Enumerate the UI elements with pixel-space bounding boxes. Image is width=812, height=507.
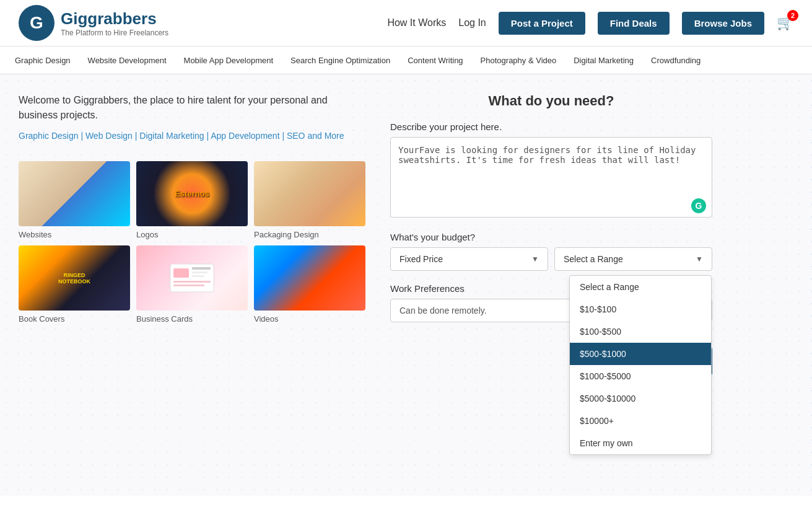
businesscards-label: Business Cards (136, 314, 248, 324)
range-option-500-1000[interactable]: $500-$1000 (570, 343, 711, 365)
packaging-image (254, 161, 365, 226)
cat-nav-mobile-app[interactable]: Mobile App Development (175, 48, 282, 73)
welcome-text: Welcome to Giggrabbers, the place to hir… (19, 93, 365, 123)
cat-nav-photography[interactable]: Photography & Video (472, 48, 565, 73)
range-option-100-500[interactable]: $100-$500 (570, 320, 711, 343)
videos-label: Videos (254, 314, 365, 324)
cat-nav-website-dev[interactable]: Website Development (79, 48, 175, 73)
nav-area: How It Works Log In Post a Project Find … (387, 12, 793, 35)
svg-rect-4 (192, 275, 204, 277)
cat-nav-seo[interactable]: Search Engine Optimization (282, 48, 399, 73)
right-panel: What do you need? Describe your project … (390, 93, 712, 477)
category-nav: Graphic Design Website Development Mobil… (0, 46, 812, 74)
price-type-value: Fixed Price (399, 254, 443, 264)
bookcovers-image: RINGEDNOTEBOOK (19, 245, 130, 311)
gallery-item-bookcovers[interactable]: RINGEDNOTEBOOK Book Covers (19, 245, 130, 324)
videos-image (254, 245, 365, 311)
svg-rect-1 (173, 268, 189, 278)
websites-image (19, 161, 130, 226)
svg-rect-5 (173, 281, 211, 283)
header: G Giggrabbers The Platform to Hire Freel… (0, 0, 812, 46)
cart-icon[interactable]: 🛒 2 (777, 15, 793, 31)
textarea-wrapper: YourFave is looking for designers for it… (390, 137, 712, 219)
range-option-custom[interactable]: Enter my own (570, 432, 711, 454)
gallery-item-packaging[interactable]: Packaging Design (254, 161, 365, 239)
logos-label: Logos (136, 230, 248, 239)
post-project-button[interactable]: Post a Project (499, 12, 585, 35)
find-deals-button[interactable]: Find Deals (598, 12, 670, 35)
bookcovers-label: Book Covers (19, 314, 130, 324)
svg-rect-2 (192, 267, 211, 270)
logo-text: Giggrabbers The Platform to Hire Freelan… (61, 9, 168, 37)
gallery-item-websites[interactable]: Websites (19, 161, 130, 239)
range-dropdown[interactable]: Select a Range ▼ Select a Range $10-$100… (554, 247, 712, 271)
right-title: What do you need? (390, 93, 712, 109)
main-content: Welcome to Giggrabbers, the place to hir… (0, 74, 812, 496)
range-option-10000-plus[interactable]: $10000+ (570, 410, 711, 432)
range-option-10-100[interactable]: $10-$100 (570, 298, 711, 320)
svg-rect-6 (173, 284, 204, 286)
websites-label: Websites (19, 230, 130, 239)
cat-nav-crowdfunding[interactable]: Crowdfunding (642, 48, 709, 73)
cart-badge: 2 (787, 10, 798, 21)
cat-nav-digital-marketing[interactable]: Digital Marketing (565, 48, 642, 73)
project-textarea[interactable]: YourFave is looking for designers for it… (390, 137, 712, 218)
range-option-1000-5000[interactable]: $1000-$5000 (570, 365, 711, 387)
logo-tagline: The Platform to Hire Freelancers (61, 29, 168, 37)
logo-icon: G (19, 5, 55, 41)
left-panel: Welcome to Giggrabbers, the place to hir… (19, 93, 365, 477)
logo-name: Giggrabbers (61, 9, 168, 29)
range-value: Select a Range (564, 254, 623, 264)
gallery-item-videos[interactable]: Videos (254, 245, 365, 324)
gallery-grid: Websites Esternos Logos Packaging Design (19, 161, 365, 324)
logos-image: Esternos (136, 161, 248, 226)
logo-area: G Giggrabbers The Platform to Hire Freel… (19, 5, 168, 41)
businesscards-image (136, 245, 248, 311)
describe-label: Describe your project here. (390, 121, 712, 132)
price-type-dropdown[interactable]: Fixed Price ▼ (390, 247, 548, 271)
range-option-select[interactable]: Select a Range (570, 276, 711, 298)
budget-label: What's your budget? (390, 232, 712, 242)
price-type-chevron: ▼ (531, 255, 539, 263)
grammarly-icon: G (691, 198, 706, 213)
browse-jobs-button[interactable]: Browse Jobs (682, 12, 764, 35)
cat-nav-content-writing[interactable]: Content Writing (399, 48, 471, 73)
packaging-label: Packaging Design (254, 230, 365, 239)
svg-rect-3 (192, 271, 207, 273)
range-dropdown-menu: Select a Range $10-$100 $100-$500 $500-$… (569, 275, 712, 455)
how-it-works-link[interactable]: How It Works (387, 17, 446, 29)
cat-nav-graphic-design[interactable]: Graphic Design (6, 48, 79, 73)
login-link[interactable]: Log In (458, 17, 486, 29)
range-chevron: ▼ (696, 255, 703, 263)
gallery-item-logos[interactable]: Esternos Logos (136, 161, 248, 239)
service-links[interactable]: Graphic Design | Web Design | Digital Ma… (19, 129, 365, 143)
budget-row: Fixed Price ▼ Select a Range ▼ Select a … (390, 247, 712, 271)
gallery-item-businesscards[interactable]: Business Cards (136, 245, 248, 324)
range-option-5000-10000[interactable]: $5000-$10000 (570, 387, 711, 410)
